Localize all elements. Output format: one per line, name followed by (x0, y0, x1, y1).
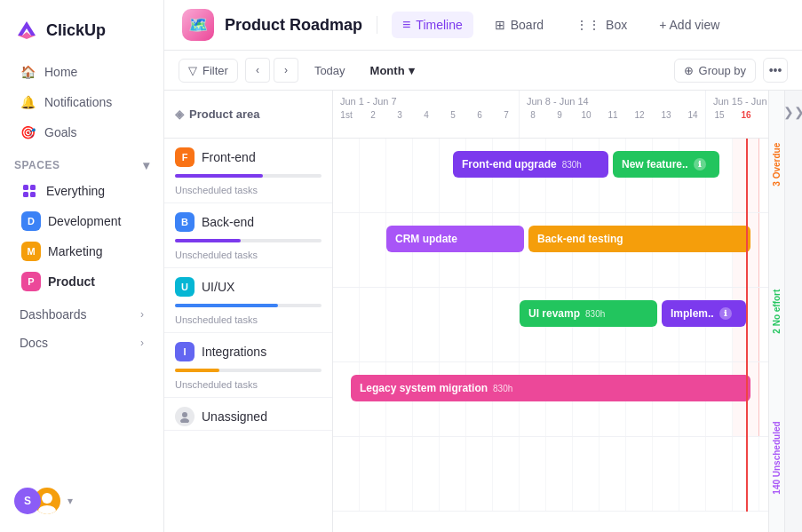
uiux-progress-bar (175, 304, 278, 307)
right-label-2: 140 Unscheduled (769, 385, 784, 532)
grid-cell-0-2 (386, 139, 413, 212)
add-view-button[interactable]: + Add view (648, 12, 730, 37)
bar-label: Implem.. (671, 307, 714, 320)
frontend-label: Front-end (202, 150, 256, 164)
bar-frontend-1[interactable]: New feature..ℹ (613, 151, 719, 178)
today-button[interactable]: Today (306, 60, 354, 82)
collapse-right-button[interactable]: ❯❯ (784, 91, 802, 532)
bar-integrations-1[interactable]: Legacy system migration830h (351, 375, 746, 401)
sidebar-nav-notifications[interactable]: 🔔 Notifications (5, 87, 158, 117)
month-picker[interactable]: Month ▾ (361, 60, 424, 82)
grid-cell-unassigned-0 (333, 437, 360, 511)
bar-label: New feature.. (622, 158, 688, 171)
group-by-button[interactable]: ⊕ Group by (674, 59, 756, 83)
grid-row-frontend: Front-end upgrade830hNew feature..ℹ (333, 139, 768, 213)
svg-point-6 (42, 493, 52, 504)
tab-timeline[interactable]: ≡ Timeline (392, 12, 473, 38)
bell-icon: 🔔 (20, 94, 36, 110)
grid-row-unassigned (333, 437, 768, 512)
grid-cell-2-5 (466, 288, 493, 361)
sidebar-docs[interactable]: Docs › (5, 329, 158, 357)
goals-icon: 🎯 (20, 124, 36, 140)
grid-cell-unassigned-7 (520, 437, 546, 511)
backend-unscheduled: Unscheduled tasks (164, 248, 332, 267)
bar-frontend-0[interactable]: Front-end upgrade830h (453, 151, 608, 178)
more-options-button[interactable]: ••• (763, 58, 788, 83)
right-sidebar: 3 Overdue2 No effort140 Unscheduled (768, 91, 784, 532)
grid-cell-unassigned-2 (386, 437, 413, 511)
day-6: 6 (466, 108, 493, 122)
grid-cell-2-6 (493, 288, 520, 361)
timeline-header: Jun 1 - Jun 71st234567Jun 8 - Jun 148910… (333, 91, 768, 139)
filter-button[interactable]: ▽ Filter (179, 59, 238, 83)
day-15: 15 (706, 108, 733, 122)
marketing-label: Marketing (48, 244, 102, 258)
bar-backend-0[interactable]: CRM update (386, 226, 524, 252)
svg-point-9 (180, 418, 189, 423)
grid-cell-unassigned-10 (600, 437, 626, 511)
backend-label: Back-end (202, 215, 254, 229)
grid-cell-unassigned-14 (706, 437, 733, 511)
docs-label: Docs (20, 336, 48, 350)
board-tab-icon: ⊞ (495, 18, 505, 32)
sidebar-dashboards[interactable]: Dashboards › (5, 300, 158, 329)
filter-icon: ▽ (188, 64, 197, 77)
tab-board[interactable]: ⊞ Board (484, 12, 554, 37)
bar-info-icon: ℹ (694, 158, 706, 171)
grid-cell-0-16 (759, 139, 768, 212)
svg-rect-3 (30, 185, 36, 190)
prev-button[interactable]: ‹ (245, 58, 270, 83)
sidebar-nav-home[interactable]: 🏠 Home (5, 57, 158, 87)
timeline-grid[interactable]: Jun 1 - Jun 71st234567Jun 8 - Jun 148910… (333, 91, 768, 532)
right-label-0: 3 Overdue (769, 91, 784, 238)
area-expand-icon[interactable]: ◈ (175, 107, 184, 121)
sidebar-space-product[interactable]: P Product (7, 266, 158, 297)
grid-row-uiux: UI revamp830hImplem..ℹ (333, 288, 768, 362)
day-7: 7 (493, 108, 520, 122)
grid-cell-2-2 (386, 288, 413, 361)
day-3: 3 (386, 108, 413, 122)
svg-rect-4 (23, 192, 28, 197)
sidebar: ClickUp 🏠 Home 🔔 Notifications 🎯 Goals S… (0, 0, 164, 532)
page-title: Product Roadmap (225, 16, 362, 35)
sidebar-space-everything[interactable]: Everything (5, 176, 158, 206)
week-label-2: Jun 15 - Jun 21 (706, 91, 768, 108)
bar-backend-1[interactable]: Back-end testing (528, 226, 750, 252)
frontend-dot: F (175, 147, 195, 167)
backend-progress-track (175, 239, 322, 242)
board-tab-label: Board (511, 18, 544, 32)
home-icon: 🏠 (20, 64, 36, 80)
day-14: 14 (679, 108, 706, 122)
day-5: 5 (440, 108, 466, 122)
unassigned-label: Unassigned (202, 409, 267, 424)
timeline-tab-icon: ≡ (402, 17, 410, 33)
bar-hours: 830h (585, 309, 605, 319)
next-button[interactable]: › (274, 58, 298, 83)
grid-cell-unassigned-6 (493, 437, 520, 511)
week-0: Jun 1 - Jun 71st234567 (333, 91, 520, 138)
product-label: Product (48, 274, 95, 289)
uiux-unscheduled: Unscheduled tasks (164, 313, 332, 332)
timeline-left-rows: F Front-end Unscheduled tasks B Back-end… (164, 139, 332, 431)
sidebar-space-development[interactable]: D Development (7, 206, 158, 236)
grid-cell-0-0 (333, 139, 360, 212)
user-menu-chevron-icon[interactable]: ▾ (67, 495, 73, 507)
area-label: Product area (189, 107, 259, 121)
bar-uiux-0[interactable]: UI revamp830h (520, 300, 657, 327)
dashboards-chevron-icon: › (140, 308, 144, 321)
dashboards-label: Dashboards (20, 307, 87, 322)
toolbar: ▽ Filter ‹ › Today Month ▾ ⊕ Group by ••… (164, 51, 802, 91)
integrations-progress-track (175, 369, 322, 372)
left-row-uiux: U UI/UX Unscheduled tasks (164, 268, 332, 333)
grid-cell-3-16 (759, 362, 768, 436)
bar-uiux-1[interactable]: Implem..ℹ (662, 300, 746, 327)
spaces-collapse-icon[interactable]: ▾ (143, 158, 150, 172)
grid-cell-unassigned-13 (679, 437, 706, 511)
svg-rect-5 (30, 192, 36, 197)
bar-label: CRM update (395, 233, 457, 245)
left-row-backend: B Back-end Unscheduled tasks (164, 203, 332, 268)
development-label: Development (48, 214, 122, 228)
sidebar-space-marketing[interactable]: M Marketing (7, 236, 158, 266)
tab-box[interactable]: ⋮⋮ Box (565, 12, 638, 37)
sidebar-nav-goals[interactable]: 🎯 Goals (5, 117, 158, 147)
